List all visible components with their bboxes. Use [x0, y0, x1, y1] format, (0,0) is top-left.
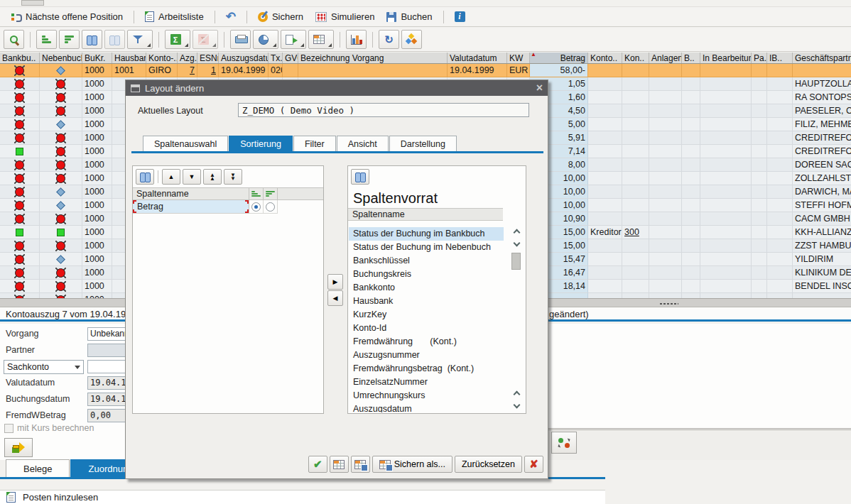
column-header-bez[interactable]: Bezeichnung Vorgang: [298, 53, 448, 63]
pool-item[interactable]: Bankkonto: [349, 281, 504, 295]
transfer-button[interactable]: [4, 438, 33, 457]
pool-find-button[interactable]: [351, 169, 369, 185]
column-header-kw[interactable]: KW: [507, 53, 530, 63]
move-down-button[interactable]: ▼: [183, 169, 201, 185]
column-header-konto2[interactable]: Konto..: [588, 53, 622, 63]
cancel-button[interactable]: ✘: [524, 456, 543, 473]
tab-belege[interactable]: Belege: [6, 459, 70, 477]
layout-grid-button[interactable]: [330, 456, 349, 473]
column-header-azg[interactable]: Azg..: [178, 53, 197, 63]
pool-item[interactable]: Status der Buchung im Bankbuch: [349, 227, 504, 241]
cell-link[interactable]: 7: [190, 65, 195, 75]
choose-layout-button[interactable]: [308, 30, 334, 49]
column-header-b[interactable]: B..: [682, 53, 700, 63]
column-header-ib[interactable]: IB..: [767, 53, 793, 63]
column-header-anlagen[interactable]: Anlagen: [649, 53, 682, 63]
pool-item[interactable]: Hausbank: [349, 295, 504, 308]
scroll-up-icon[interactable]: [512, 227, 521, 237]
filter-button[interactable]: [127, 30, 153, 49]
details-button[interactable]: [4, 30, 24, 49]
column-header-pa[interactable]: Pa.: [752, 53, 767, 63]
column-header-esnr[interactable]: ESNr: [197, 53, 219, 63]
column-header-kon[interactable]: Kon..: [622, 53, 649, 63]
close-icon[interactable]: ×: [536, 82, 543, 94]
sum-button[interactable]: Σ: [165, 30, 190, 49]
find-button[interactable]: [82, 30, 102, 49]
simulate-button[interactable]: Simulieren: [310, 10, 379, 23]
column-header-tx[interactable]: Tx..: [269, 53, 283, 63]
column-header-partner[interactable]: Geschäftspartn..: [793, 53, 851, 63]
pool-item[interactable]: Auszugsdatum: [349, 402, 504, 412]
scroll-up-icon[interactable]: [512, 389, 521, 399]
pool-scrollbar[interactable]: [511, 227, 522, 410]
sort-desc-header-cell[interactable]: [264, 188, 278, 199]
cell-link[interactable]: 1: [211, 65, 216, 75]
remove-column-button[interactable]: ◀: [327, 290, 343, 306]
dialog-titlebar[interactable]: Layout ändern ×: [126, 80, 548, 96]
descending-radio[interactable]: [266, 202, 275, 212]
legend-button[interactable]: [401, 30, 422, 49]
column-header-betrag[interactable]: ▲Betrag: [530, 53, 588, 63]
save-button[interactable]: Sichern: [253, 10, 308, 23]
column-header-valutadatum[interactable]: Valutadatum: [448, 53, 507, 63]
splitter-grip-icon[interactable]: [659, 302, 678, 305]
current-layout-field[interactable]: Z_DEMO ( Demo Video ): [238, 103, 529, 117]
layout-save-button[interactable]: [351, 456, 370, 473]
move-top-button[interactable]: ▲▲: [203, 169, 222, 185]
sort-asc-header-cell[interactable]: [249, 188, 264, 199]
dialog-tab-darstellung[interactable]: Darstellung: [389, 136, 457, 151]
dialog-tab-sortierung[interactable]: Sortierung: [229, 136, 293, 151]
pool-item[interactable]: Buchungskreis: [349, 268, 504, 281]
move-bottom-button[interactable]: ▼▼: [224, 169, 242, 185]
next-open-position-button[interactable]: Nächste offene Position: [6, 10, 128, 23]
calc-rate-checkbox[interactable]: [4, 424, 13, 433]
pool-item[interactable]: Konto-Id: [349, 322, 504, 335]
export-button[interactable]: [281, 30, 306, 49]
column-header-hausbank[interactable]: Hausbank: [112, 53, 146, 63]
info-button[interactable]: i: [450, 10, 470, 23]
pool-item[interactable]: Auszugsnummer: [349, 349, 504, 362]
cell-link[interactable]: 300: [624, 227, 639, 237]
account-type-combo[interactable]: Sachkonto: [4, 360, 84, 374]
pool-item[interactable]: Bankschlüssel: [349, 254, 504, 268]
reset-button[interactable]: Zurücksetzen: [455, 456, 522, 473]
save-as-button[interactable]: Sichern als...: [372, 456, 452, 473]
scroll-down-icon[interactable]: [512, 238, 521, 248]
sort-find-button[interactable]: [136, 169, 154, 185]
pool-item[interactable]: KurzKey: [349, 308, 504, 322]
print-button[interactable]: [230, 30, 251, 49]
ascending-radio[interactable]: [251, 202, 261, 212]
column-header-bank[interactable]: Bankbu..: [0, 53, 40, 63]
scroll-down-icon[interactable]: [512, 400, 521, 410]
refresh-button[interactable]: ↻: [379, 30, 399, 49]
sort-descending-button[interactable]: [59, 30, 80, 49]
apply-button[interactable]: ✔: [308, 456, 327, 473]
column-header-gvc[interactable]: GVC: [283, 53, 298, 63]
table-row[interactable]: 10001001GIRO7119.04.199902019.04.1999EUR…: [0, 64, 851, 77]
move-up-button[interactable]: ▲: [162, 169, 180, 185]
pool-item[interactable]: Fremdwährungsbetrag (Kont.): [349, 362, 504, 376]
views-button[interactable]: [253, 30, 278, 49]
pool-item[interactable]: Umrechnungskurs: [349, 389, 504, 402]
worklist-button[interactable]: Arbeitsliste: [140, 10, 209, 23]
pool-item[interactable]: Fremdwährung (Kont.): [349, 335, 504, 349]
column-header-sub[interactable]: Nebenbuch: [40, 53, 82, 63]
add-column-button[interactable]: ▶: [327, 274, 343, 290]
column-header-auszugsdatum[interactable]: Auszugsdatum: [219, 53, 269, 63]
column-header-bukr[interactable]: BuKr.: [82, 53, 112, 63]
dialog-tab-ansicht[interactable]: Ansicht: [337, 136, 389, 151]
read-items-label[interactable]: Posten hinzulesen: [23, 492, 98, 503]
sort-column-name[interactable]: Betrag: [133, 200, 249, 214]
column-header-konto[interactable]: Konto-..: [146, 53, 178, 63]
undo-button[interactable]: ↶: [221, 11, 241, 23]
display-change-toggle-button[interactable]: [551, 432, 577, 454]
scrollbar-thumb[interactable]: [511, 253, 521, 270]
column-header-bearb[interactable]: In Bearbeitung: [700, 53, 752, 63]
sort-ascending-button[interactable]: [36, 30, 57, 49]
dialog-tab-filter[interactable]: Filter: [293, 136, 336, 151]
dialog-tab-spaltenauswahl[interactable]: Spaltenauswahl: [143, 136, 228, 151]
pool-item[interactable]: Status der Buchung im Nebenbuch: [349, 241, 504, 254]
graphic-button[interactable]: [346, 30, 367, 49]
pool-item[interactable]: EinzelsatzNummer: [349, 376, 504, 389]
post-button[interactable]: Buchen: [381, 10, 437, 23]
